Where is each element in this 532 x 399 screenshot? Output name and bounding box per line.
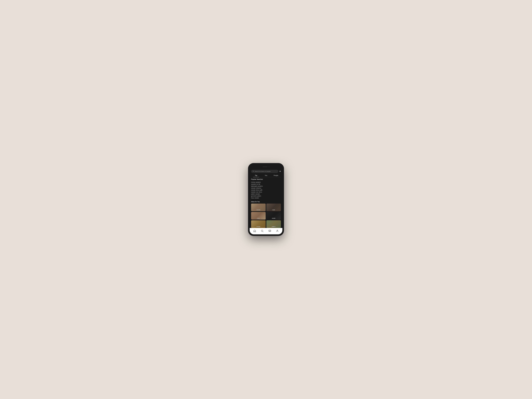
idea-card-rustic[interactable]: rustic [266, 203, 281, 211]
tab-top[interactable]: Top [251, 174, 261, 177]
idea-label-neutral: neutral [251, 209, 266, 211]
ideas-section: Ideas for You neutral rustic [251, 201, 281, 228]
phone-screen: Search for items or people ✕ Top You Peo… [250, 165, 282, 234]
ideas-grid: neutral rustic cozy [251, 203, 281, 228]
list-item[interactable]: fuzzy sweater [251, 197, 281, 199]
speaker [263, 166, 268, 167]
svg-point-2 [261, 230, 263, 232]
list-item[interactable]: sweaters for fall [251, 183, 281, 185]
tab-people[interactable]: People [271, 174, 281, 177]
search-icon [253, 171, 254, 172]
svg-rect-4 [269, 230, 271, 232]
nav-search[interactable] [259, 229, 265, 233]
search-nav-icon [261, 229, 264, 232]
list-item[interactable]: pattern sweater [251, 193, 281, 195]
search-input-wrap[interactable]: Search for items or people [251, 170, 278, 173]
home-icon [253, 229, 256, 232]
svg-point-0 [253, 171, 253, 171]
list-item[interactable]: sweater dress outfit [251, 189, 281, 191]
idea-card-cozy[interactable]: cozy [251, 212, 266, 220]
idea-label-pattern: pattern [266, 226, 281, 228]
list-item[interactable]: sweater refashion [251, 187, 281, 189]
tabs-row: Top You People [251, 174, 281, 177]
nav-messages[interactable] [267, 229, 273, 233]
idea-label-cozy: cozy [251, 217, 266, 220]
tab-you[interactable]: You [261, 174, 271, 177]
list-item[interactable]: lightweight sweaters [251, 185, 281, 187]
notch-area [263, 165, 269, 168]
popular-searches-title: Popular Searches [251, 178, 281, 180]
svg-line-1 [253, 171, 254, 172]
idea-label-rustic: rustic [266, 209, 281, 211]
search-bar-area: Search for items or people ✕ [250, 169, 282, 174]
search-placeholder: Search for items or people [255, 171, 271, 172]
nav-home[interactable] [252, 229, 258, 233]
close-button[interactable]: ✕ [279, 170, 281, 172]
idea-card-neutral[interactable]: neutral [251, 203, 266, 211]
list-item[interactable]: geometric pattern [251, 195, 281, 197]
svg-point-5 [277, 230, 278, 231]
nav-profile[interactable] [274, 229, 280, 233]
idea-card-vintage[interactable]: vintage [251, 220, 266, 228]
idea-label-vintage: vintage [251, 226, 266, 228]
camera [269, 166, 269, 167]
phone-frame: Search for items or people ✕ Top You Peo… [248, 163, 284, 236]
idea-card-pattern[interactable]: pattern [266, 220, 281, 228]
idea-label-simple: simple [266, 217, 281, 220]
ideas-title: Ideas for You [251, 201, 281, 203]
list-item[interactable]: sweater over dress [251, 191, 281, 193]
scroll-area[interactable]: Popular Searches chunky sweaters sweater… [250, 177, 282, 228]
messages-icon [268, 229, 271, 232]
bottom-nav [250, 228, 282, 234]
list-item[interactable]: chunky sweaters [251, 181, 281, 183]
profile-icon [276, 229, 279, 232]
search-list: chunky sweaters sweaters for fall lightw… [251, 181, 281, 199]
screen-content: Search for items or people ✕ Top You Peo… [250, 165, 282, 234]
idea-card-simple[interactable]: simple [266, 212, 281, 220]
svg-line-3 [263, 231, 263, 232]
popular-searches-section: Popular Searches chunky sweaters sweater… [251, 178, 281, 199]
